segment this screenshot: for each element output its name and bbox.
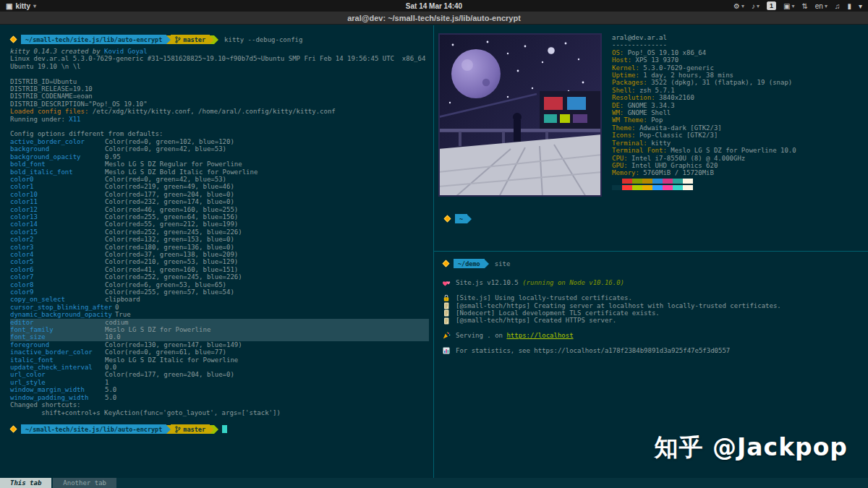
pane-neofetch[interactable]: aral@dev.ar.al -------------- OS: Pop!_O… xyxy=(434,25,868,252)
palette-row-normal xyxy=(612,179,796,184)
blank-line xyxy=(10,416,429,424)
terminal-window: ~/small-tech/site.js/lib/auto-encrypt ma… xyxy=(0,25,868,478)
neofetch-info-row: Memory: 5760MiB / 15720MiB xyxy=(612,169,796,176)
window-list-icon-glyph: ▣ xyxy=(783,2,790,10)
config-option-row: copy_on_selectclipboard xyxy=(10,296,429,303)
option-value: Color(red=6, green=53, blue=65) xyxy=(105,281,226,288)
config-option-row: window_padding_width5.0 xyxy=(10,394,429,401)
sitejs-text: For statistics, see https://localhost/a1… xyxy=(456,347,730,354)
option-name: color15 xyxy=(10,228,105,236)
workspace-indicator[interactable]: 1 xyxy=(767,1,776,10)
sitejs-text: Site.js v12.10.5 xyxy=(456,279,522,286)
option-name: font_family xyxy=(10,326,105,333)
option-name: editor xyxy=(10,319,105,326)
debug-output-line: Running under: X11 xyxy=(10,116,429,123)
config-options-table: active_border_colorColor(red=0, green=10… xyxy=(10,138,429,401)
debug-output: kitty 0.14.3 created by Kovid GoyalLinux… xyxy=(10,48,429,138)
window-title-bar[interactable]: aral@dev: ~/small-tech/site.js/lib/auto-… xyxy=(0,12,868,25)
chevron-down-icon: ▾ xyxy=(33,3,36,9)
prompt-line-demo: ~/demo site xyxy=(443,259,868,268)
neofetch-value: 1 day, 2 hours, 38 mins xyxy=(639,72,733,79)
neofetch-underline: -------------- xyxy=(612,41,796,48)
config-option-row: italic_fontMeslo LG S DZ Italic for Powe… xyxy=(10,356,429,364)
tools-icon[interactable]: ⚙▾ xyxy=(733,2,744,10)
battery-icon[interactable]: ▮ xyxy=(847,2,851,10)
system-menu-icon[interactable]: ▾ xyxy=(859,2,862,10)
debug-output-line xyxy=(10,123,429,130)
network-traffic-icon[interactable]: ⇅ xyxy=(801,2,807,10)
neofetch-label: Memory: xyxy=(612,169,639,176)
neofetch-label: Shell: xyxy=(612,87,636,94)
config-option-row: color6Color(red=41, green=160, blue=151) xyxy=(10,266,429,273)
neofetch-label: Uptime: xyxy=(612,72,639,79)
prompt-branch-segment: master xyxy=(171,424,210,434)
prompt-line-top: ~/small-tech/site.js/lib/auto-encrypt ma… xyxy=(10,35,429,44)
keyboard-layout-indicator[interactable]: en▾ xyxy=(815,2,827,10)
sitejs-text: [@small-tech/https] Creating server at l… xyxy=(456,302,781,309)
palette-swatch xyxy=(673,179,683,184)
prompt-line-home: ~ xyxy=(444,214,868,223)
config-option-row: font_size10.0 xyxy=(10,333,429,341)
sitejs-text: [Nodecert] Local development TLS certifi… xyxy=(456,309,660,317)
pane-debug-config[interactable]: ~/small-tech/site.js/lib/auto-encrypt ma… xyxy=(0,25,434,478)
config-option-row: color1Color(red=219, green=49, blue=46) xyxy=(10,183,429,190)
volume-icon[interactable]: ♫ xyxy=(835,2,841,10)
changed-shortcuts-title: Changed shortcuts: xyxy=(10,401,429,408)
lock-icon xyxy=(443,294,451,301)
palette-swatch xyxy=(683,185,693,190)
option-name: bold_font xyxy=(10,160,105,168)
option-name: window_margin_width xyxy=(10,386,105,393)
config-option-row: font_familyMeslo LG S DZ for Powerline xyxy=(10,326,429,333)
neofetch-info-row: Packages: 3522 (dpkg), 31 (flatpak), 19 … xyxy=(612,79,796,86)
neofetch-info-row: Resolution: 3840x2160 xyxy=(612,94,796,101)
chevron-down-icon: ▾ xyxy=(741,3,744,9)
prompt-path-segment: ~/demo xyxy=(454,259,485,268)
chart-icon xyxy=(443,347,451,354)
neofetch-label: Terminal Font: xyxy=(612,147,667,154)
tab-bar-filler xyxy=(116,478,868,488)
option-value: Color(red=232, green=174, blue=0) xyxy=(105,198,234,205)
chevron-down-icon: ▾ xyxy=(757,3,760,9)
config-option-row: color15Color(red=252, green=245, blue=22… xyxy=(10,228,429,236)
headset-icon[interactable]: ♪▾ xyxy=(752,2,760,10)
tab-another[interactable]: Another tab xyxy=(53,478,116,488)
option-value: Color(red=130, green=147, blue=149) xyxy=(105,341,242,348)
option-name: color5 xyxy=(10,258,105,265)
neofetch-label: Theme: xyxy=(612,124,636,132)
option-name: color9 xyxy=(10,288,105,296)
sitejs-line: [Site.js] Using locally-trusted certific… xyxy=(443,294,868,301)
option-value: 1 xyxy=(105,379,109,386)
desktop: ▣ kitty ▾ Sat 14 Mar 14:40 ⚙▾♪▾1▣▾⇅en▾♫▮… xyxy=(0,0,868,488)
neofetch-value: 3522 (dpkg), 31 (flatpak), 19 (snap) xyxy=(647,79,792,86)
scroll-icon xyxy=(443,317,451,325)
config-option-row: color5Color(red=210, green=53, blue=129) xyxy=(10,258,429,265)
option-name: font_size xyxy=(10,333,105,341)
powerline-separator-icon xyxy=(214,35,218,44)
palette-swatch xyxy=(642,179,652,184)
neofetch-value: kitty xyxy=(647,140,671,147)
localhost-link[interactable]: https://localhost xyxy=(506,332,573,339)
config-option-row: url_colorColor(red=177, green=204, blue=… xyxy=(10,371,429,378)
option-value: 5.0 xyxy=(105,386,116,393)
palette-swatch xyxy=(642,185,652,190)
system-status-area[interactable]: ⚙▾♪▾1▣▾⇅en▾♫▮▾ xyxy=(733,1,862,10)
option-value: Color(red=210, green=53, blue=129) xyxy=(105,258,238,265)
app-menu[interactable]: ▣ kitty ▾ xyxy=(6,2,36,10)
option-value: 10.0 xyxy=(105,333,121,341)
config-option-row: color13Color(red=255, green=64, blue=156… xyxy=(10,213,429,221)
option-name: background xyxy=(10,145,105,153)
option-name: color7 xyxy=(10,273,105,281)
config-option-row: url_style1 xyxy=(10,379,429,386)
clock[interactable]: Sat 14 Mar 14:40 xyxy=(406,2,462,10)
config-option-row: color10Color(red=177, green=204, blue=0) xyxy=(10,191,429,198)
window-list-icon[interactable]: ▣▾ xyxy=(783,2,794,10)
palette-swatch xyxy=(622,179,632,184)
kitty-tab-bar: This tab Another tab xyxy=(0,478,868,488)
debug-output-line: Loaded config files: /etc/xdg/kitty/kitt… xyxy=(10,108,429,115)
tab-this[interactable]: This tab xyxy=(0,478,51,488)
sitejs-line: Site.js v12.10.5 (running on Node v10.16… xyxy=(443,279,868,286)
sitejs-line xyxy=(443,272,868,279)
sitejs-text: [@small-tech/https] Created HTTPS server… xyxy=(456,317,616,324)
config-option-row: color14Color(red=55, green=212, blue=199… xyxy=(10,221,429,228)
option-name: color11 xyxy=(10,198,105,205)
